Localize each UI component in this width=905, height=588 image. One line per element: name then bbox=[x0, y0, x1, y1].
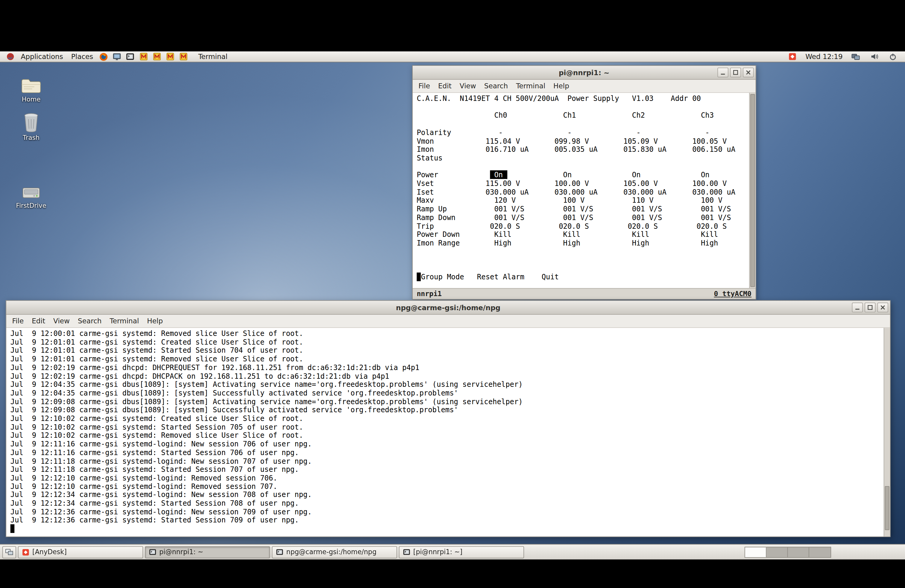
desktop: Home Trash FirstDrive pi@nnrpi1: ~ bbox=[0, 62, 905, 544]
close-button[interactable] bbox=[877, 303, 888, 313]
menu-terminal[interactable]: Terminal bbox=[512, 80, 549, 92]
close-button[interactable] bbox=[743, 68, 754, 78]
terminal-icon bbox=[149, 548, 157, 556]
caen-power-ch0-highlight: On bbox=[490, 171, 507, 180]
file-manager-launcher-icon[interactable] bbox=[113, 52, 122, 61]
workspace-3[interactable] bbox=[788, 547, 809, 557]
anydesk-icon bbox=[22, 548, 29, 556]
caen-menubar: File Edit View Search Terminal Help bbox=[413, 79, 756, 93]
taskbar-button-anydesk[interactable]: [AnyDesk] bbox=[18, 546, 143, 558]
power-icon[interactable] bbox=[888, 52, 897, 61]
log-terminal-screen[interactable]: Jul 9 12:00:01 carme-gsi systemd: Remove… bbox=[6, 328, 883, 536]
window-caen-terminal: pi@nnrpi1: ~ File Edit View Search Termi… bbox=[412, 65, 756, 300]
caen-footer-keys: Group Mode Reset Alarm Quit bbox=[421, 272, 559, 281]
caen-window-title: pi@nnrpi1: ~ bbox=[413, 68, 756, 77]
taskbar-button-npg-carme-gsi[interactable]: npg@carme-gsi:/home/npg bbox=[272, 546, 397, 558]
m-app-4-icon[interactable] bbox=[179, 52, 188, 61]
show-desktop-icon bbox=[5, 548, 13, 556]
log-scrollbar[interactable] bbox=[884, 328, 890, 536]
trash-icon bbox=[9, 112, 54, 133]
panel-tray: Wed 12:19 bbox=[786, 52, 902, 61]
terminal-icon bbox=[276, 548, 283, 556]
desktop-icon-trash[interactable]: Trash bbox=[9, 112, 54, 141]
menu-edit[interactable]: Edit bbox=[28, 315, 49, 327]
log-scrollbar-thumb[interactable] bbox=[884, 486, 889, 530]
taskbar-button-label: npg@carme-gsi:/home/npg bbox=[286, 548, 376, 556]
screen: Applications Places Terminal bbox=[0, 0, 905, 588]
taskbar-button-pi-nnrpi1-minimized[interactable]: [pi@nnrpi1: ~] bbox=[399, 546, 524, 558]
m-app-1-icon[interactable] bbox=[140, 52, 148, 61]
maximize-button[interactable] bbox=[865, 303, 876, 313]
menu-search[interactable]: Search bbox=[74, 315, 106, 327]
m-app-3-icon[interactable] bbox=[166, 52, 175, 61]
workspace-pager bbox=[745, 547, 831, 558]
workspace-4[interactable] bbox=[809, 547, 830, 557]
menu-file[interactable]: File bbox=[8, 315, 28, 327]
log-menubar: File Edit View Search Terminal Help bbox=[6, 315, 890, 328]
panel-window-list-item[interactable]: Terminal bbox=[198, 52, 227, 60]
terminal-icon bbox=[403, 548, 410, 556]
caen-statusbar: nnrpi1 0 ttyACM0 bbox=[413, 288, 756, 299]
taskbar-button-label: pi@nnrpi1: ~ bbox=[159, 548, 203, 556]
taskbar-button-label: [pi@nnrpi1: ~] bbox=[413, 548, 462, 556]
home-folder-icon bbox=[9, 77, 54, 95]
anydesk-tray-icon[interactable] bbox=[788, 52, 797, 61]
workspace-1[interactable] bbox=[745, 547, 767, 557]
caen-screen-top: C.A.E.N. N1419ET 4 CH 500V/200uA Power S… bbox=[417, 94, 735, 162]
caen-status-host: nnrpi1 bbox=[417, 290, 442, 298]
minimize-button[interactable] bbox=[718, 68, 729, 78]
terminal-launcher-icon[interactable] bbox=[126, 52, 135, 61]
caen-screen-bottom: Vset 115.00 V 100.00 V 105.00 V 100.00 V… bbox=[417, 179, 735, 247]
log-titlebar[interactable]: npg@carme-gsi:/home/npg bbox=[6, 301, 890, 315]
top-panel: Applications Places Terminal bbox=[0, 51, 905, 63]
firefox-launcher-icon[interactable] bbox=[100, 52, 108, 61]
volume-icon[interactable] bbox=[870, 52, 878, 61]
log-lines: Jul 9 12:00:01 carme-gsi systemd: Remove… bbox=[11, 329, 523, 524]
display-sharing-icon[interactable] bbox=[851, 52, 860, 61]
desktop-icon-label: Home bbox=[9, 96, 54, 103]
places-menu-label: Places bbox=[71, 52, 94, 60]
desktop-icon-label: FirstDrive bbox=[9, 202, 54, 210]
caen-terminal-screen[interactable]: C.A.E.N. N1419ET 4 CH 500V/200uA Power S… bbox=[413, 93, 749, 288]
log-window-title: npg@carme-gsi:/home/npg bbox=[6, 303, 890, 311]
window-log-terminal: npg@carme-gsi:/home/npg File Edit View S… bbox=[6, 300, 890, 537]
desktop-icon-home[interactable]: Home bbox=[9, 77, 54, 103]
menu-search[interactable]: Search bbox=[480, 80, 512, 92]
distro-menu-icon[interactable] bbox=[6, 52, 14, 61]
taskbar-button-label: [AnyDesk] bbox=[32, 548, 67, 556]
caen-titlebar[interactable]: pi@nnrpi1: ~ bbox=[413, 66, 756, 79]
minimize-button[interactable] bbox=[852, 303, 863, 313]
bottom-taskbar: [AnyDesk] pi@nnrpi1: ~ npg@carme-gsi:/ho… bbox=[0, 544, 905, 559]
m-app-2-icon[interactable] bbox=[152, 52, 161, 61]
text-cursor bbox=[11, 524, 15, 533]
text-cursor bbox=[417, 272, 421, 281]
menu-help[interactable]: Help bbox=[143, 315, 167, 327]
show-desktop-button[interactable] bbox=[2, 546, 16, 558]
caen-power-rest: On On On bbox=[507, 171, 710, 180]
menu-view[interactable]: View bbox=[49, 315, 74, 327]
caen-scrollbar-thumb[interactable] bbox=[750, 94, 755, 287]
maximize-button[interactable] bbox=[730, 68, 741, 78]
menu-edit[interactable]: Edit bbox=[434, 80, 456, 92]
desktop-icon-firstdrive[interactable]: FirstDrive bbox=[9, 185, 54, 210]
applications-menu-label: Applications bbox=[21, 52, 63, 60]
caen-scrollbar[interactable] bbox=[749, 93, 755, 288]
letterbox-bottom bbox=[0, 559, 905, 588]
letterbox-top bbox=[0, 0, 905, 51]
workspace-2[interactable] bbox=[767, 547, 788, 557]
menu-view[interactable]: View bbox=[456, 80, 480, 92]
menu-file[interactable]: File bbox=[414, 80, 434, 92]
taskbar-button-pi-nnrpi1[interactable]: pi@nnrpi1: ~ bbox=[145, 546, 270, 558]
caen-power-label: Power bbox=[417, 171, 490, 180]
caen-status-tty[interactable]: 0 ttyACM0 bbox=[714, 290, 751, 298]
places-menu[interactable]: Places bbox=[67, 51, 97, 62]
desktop-icon-label: Trash bbox=[9, 134, 54, 141]
panel-clock[interactable]: Wed 12:19 bbox=[804, 52, 844, 60]
menu-terminal[interactable]: Terminal bbox=[106, 315, 143, 327]
applications-menu[interactable]: Applications bbox=[17, 51, 67, 62]
drive-icon bbox=[9, 185, 54, 201]
menu-help[interactable]: Help bbox=[549, 80, 573, 92]
